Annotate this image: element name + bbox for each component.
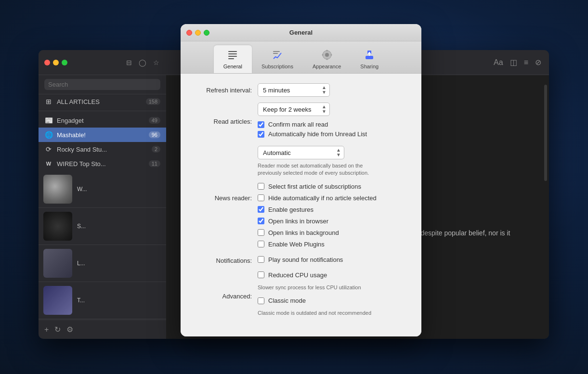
sidebar-close-button[interactable] <box>44 60 50 65</box>
mashable-icon: 🌐 <box>44 130 53 139</box>
enable-gestures-row[interactable]: Enable gestures <box>258 206 407 213</box>
sidebar-list-icon[interactable]: ⊟ <box>125 58 133 67</box>
article-thumb-1 <box>43 175 72 204</box>
auto-hide-unread-checkbox[interactable] <box>258 131 264 138</box>
news-reader-control: Automatic ▲▼ Reader mode set automatical… <box>258 146 407 250</box>
article-item-3[interactable]: L... <box>39 245 166 282</box>
svg-point-11 <box>330 54 332 56</box>
article-title-3: L... <box>77 260 161 267</box>
select-arrows-icon-3: ▲▼ <box>336 148 341 157</box>
sidebar-header-icons: ⊟ ◯ ☆ <box>125 58 160 67</box>
enable-web-plugins-checkbox[interactable] <box>258 241 264 247</box>
sidebar: ⊟ ◯ ☆ ⊞ ALL ARTICLES 158 📰 Engadget 49 🌐… <box>39 50 166 339</box>
svg-point-8 <box>326 50 327 52</box>
play-sound-row[interactable]: Play sound for notifications <box>258 256 407 263</box>
sidebar-refresh-icon[interactable]: ◯ <box>138 58 147 67</box>
refresh-interval-row: Refresh interval: 5 minutes ▲▼ <box>195 83 407 97</box>
dialog-fullscreen-button[interactable] <box>204 30 209 36</box>
scroll-bar[interactable] <box>544 85 547 181</box>
add-feed-button[interactable]: + <box>44 325 49 334</box>
tab-sharing[interactable]: Sharing <box>351 45 388 73</box>
rocky-icon: ⟳ <box>44 145 53 154</box>
refresh-interval-value: 5 minutes <box>263 87 290 94</box>
open-links-browser-checkbox[interactable] <box>258 218 264 224</box>
open-links-bg-checkbox[interactable] <box>258 229 264 236</box>
rss-icon[interactable]: ◫ <box>510 58 517 67</box>
block-icon[interactable]: ⊘ <box>535 58 541 67</box>
play-sound-checkbox[interactable] <box>258 256 264 263</box>
tab-appearance[interactable]: Appearance <box>303 45 351 73</box>
refresh-interval-select[interactable]: 5 minutes ▲▼ <box>258 83 330 97</box>
sidebar-footer: + ↻ ⚙ <box>39 320 166 339</box>
select-arrows-icon: ▲▼ <box>322 85 327 95</box>
enable-web-plugins-row[interactable]: Enable Web Plugins <box>258 241 407 248</box>
advanced-row: Advanced: Reduced CPU usage Slower sync … <box>195 271 407 321</box>
enable-gestures-checkbox[interactable] <box>258 206 264 213</box>
sidebar-header: ⊟ ◯ ☆ <box>39 50 166 75</box>
article-item-4[interactable]: T... <box>39 282 166 319</box>
read-articles-control: Keep for 2 weeks ▲▼ Confirm mark all rea… <box>258 103 407 140</box>
refresh-button[interactable]: ↻ <box>54 325 61 334</box>
tab-general[interactable]: General <box>214 45 252 73</box>
confirm-mark-read-row[interactable]: Confirm mark all read <box>258 121 407 128</box>
open-links-bg-row[interactable]: Open links in background <box>258 229 407 236</box>
svg-point-10 <box>322 54 323 56</box>
article-item-1[interactable]: W... <box>39 171 166 208</box>
sidebar-item-all-articles[interactable]: ⊞ ALL ARTICLES 158 <box>39 94 166 109</box>
all-articles-count: 158 <box>146 98 160 105</box>
tab-subscriptions-label: Subscriptions <box>261 64 293 69</box>
select-arrows-icon-2: ▲▼ <box>322 104 327 114</box>
sidebar-item-mashable[interactable]: 🌐 Mashable! 96 <box>39 128 166 142</box>
classic-mode-row[interactable]: Classic mode <box>258 297 407 304</box>
article-title-2: S... <box>77 223 161 230</box>
list-view-icon[interactable]: ≡ <box>524 58 528 67</box>
sidebar-fullscreen-button[interactable] <box>62 60 67 65</box>
dialog-close-button[interactable] <box>186 30 192 36</box>
font-size-icon[interactable]: Aa <box>494 58 503 67</box>
article-info-4: T... <box>77 297 161 304</box>
svg-rect-4 <box>273 51 280 52</box>
news-reader-select[interactable]: Automatic ▲▼ <box>258 146 344 159</box>
select-first-article-row[interactable]: Select first article of subscriptions <box>258 183 407 190</box>
rocky-count: 2 <box>152 146 160 153</box>
dialog-toolbar: General Subscriptions <box>181 41 421 74</box>
reduced-cpu-label: Reduced CPU usage <box>268 271 327 279</box>
select-first-article-checkbox[interactable] <box>258 183 264 190</box>
reduced-cpu-row[interactable]: Reduced CPU usage <box>258 271 407 279</box>
dialog-minimize-button[interactable] <box>195 30 201 36</box>
sidebar-item-engadget[interactable]: 📰 Engadget 49 <box>39 113 166 128</box>
refresh-interval-label: Refresh interval: <box>195 87 258 94</box>
reduced-cpu-checkbox[interactable] <box>258 271 264 278</box>
wired-count: 11 <box>149 160 160 167</box>
dialog-content: Refresh interval: 5 minutes ▲▼ Read arti… <box>181 74 421 336</box>
settings-button[interactable]: ⚙ <box>66 325 73 334</box>
tab-subscriptions[interactable]: Subscriptions <box>252 45 303 73</box>
notifications-control: Play sound for notifications <box>258 256 407 266</box>
read-articles-value: Keep for 2 weeks <box>263 106 311 113</box>
sidebar-minimize-button[interactable] <box>53 60 59 65</box>
search-input[interactable] <box>44 79 160 90</box>
open-links-bg-label: Open links in background <box>268 229 339 236</box>
news-reader-value: Automatic <box>263 149 291 156</box>
classic-mode-checkbox[interactable] <box>258 297 264 304</box>
hide-auto-checkbox[interactable] <box>258 194 264 201</box>
confirm-mark-read-checkbox[interactable] <box>258 121 264 128</box>
svg-point-7 <box>325 53 329 57</box>
article-title-1: W... <box>77 186 161 193</box>
svg-point-9 <box>326 59 327 60</box>
open-links-browser-row[interactable]: Open links in browser <box>258 218 407 225</box>
sidebar-star-icon[interactable]: ☆ <box>152 58 160 67</box>
read-articles-select[interactable]: Keep for 2 weeks ▲▼ <box>258 103 330 116</box>
engadget-count: 49 <box>149 117 160 124</box>
svg-rect-2 <box>228 56 237 57</box>
auto-hide-unread-row[interactable]: Automatically hide from Unread List <box>258 130 407 138</box>
dialog-window: General General <box>181 24 421 336</box>
advanced-control: Reduced CPU usage Slower sync process fo… <box>258 271 407 321</box>
article-item-2[interactable]: S... <box>39 208 166 245</box>
article-thumb-3 <box>43 249 72 278</box>
read-articles-row: Read articles: Keep for 2 weeks ▲▼ Confi… <box>195 103 407 140</box>
sidebar-item-rocky[interactable]: ⟳ Rocky Sand Stu... 2 <box>39 142 166 156</box>
sidebar-item-wired[interactable]: W WIRED Top Sto... 11 <box>39 156 166 171</box>
hide-auto-row[interactable]: Hide automatically if no article selecte… <box>258 194 407 202</box>
wired-icon: W <box>44 159 53 168</box>
